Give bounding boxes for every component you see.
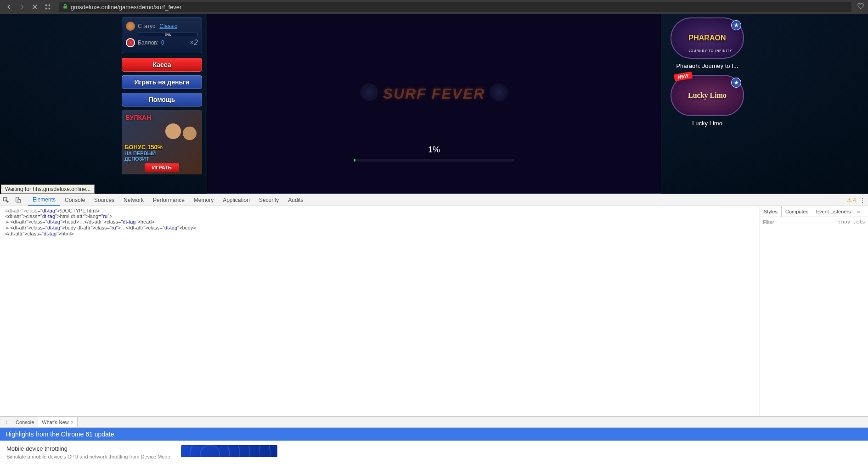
game-thumb: PHARAON JOURNEY TO INFINITY ★ xyxy=(671,17,744,59)
promo-play-button[interactable]: ИГРАТЬ xyxy=(145,163,179,172)
apps-button[interactable] xyxy=(42,1,53,12)
html-line[interactable]: <dt-attr">class="dt-tag">html dt-attr">l… xyxy=(4,213,756,219)
back-button[interactable] xyxy=(4,1,15,12)
promo-image xyxy=(161,115,202,156)
styles-more-icon[interactable]: » xyxy=(855,209,863,214)
devtools-tab-security[interactable]: Security xyxy=(254,194,283,206)
hov-toggle[interactable]: :hov xyxy=(838,219,851,225)
points-value: 0 xyxy=(161,39,164,46)
drawer-menu-icon[interactable]: ⋮ xyxy=(0,416,12,428)
load-fill xyxy=(354,159,355,162)
devtools-tab-network[interactable]: Network xyxy=(119,194,148,206)
load-percent: 1% xyxy=(428,145,440,155)
cls-toggle[interactable]: .cls xyxy=(853,219,866,225)
devtools-menu-icon[interactable]: ⋮ xyxy=(860,197,865,203)
forward-button[interactable] xyxy=(17,1,28,12)
favorite-icon[interactable] xyxy=(857,2,864,11)
kassa-button[interactable]: Касса xyxy=(122,58,202,72)
promo-line3: ДЕПОЗИТ xyxy=(124,156,199,162)
html-line[interactable]: </dt-attr">class="dt-tag">html> xyxy=(4,231,756,236)
svg-rect-1 xyxy=(49,5,51,6)
drawer-tab-whatsnew[interactable]: What's New× xyxy=(38,417,78,427)
load-bar xyxy=(354,159,514,162)
svg-rect-2 xyxy=(45,8,47,10)
filter-input[interactable]: Filter xyxy=(763,219,835,225)
styles-tab-computed[interactable]: Computed xyxy=(782,206,812,217)
page-viewport: Статус: Classic 0% Баллов: 0 ×2 Касса Иг… xyxy=(0,14,868,194)
multiplier-badge: ×2 xyxy=(190,39,198,47)
status-panel: Статус: Classic 0% Баллов: 0 ×2 xyxy=(122,17,202,53)
status-progress: 0% xyxy=(138,33,198,36)
devtools-tab-performance[interactable]: Performance xyxy=(148,194,189,206)
drawer-tab-console[interactable]: Console xyxy=(12,417,38,427)
devtools-drawer: ⋮ Console What's New× Highlights from th… xyxy=(0,416,868,464)
devtools-tab-application[interactable]: Application xyxy=(218,194,254,206)
url-text: gmsdeluxe.online/games/demo/surf_fever xyxy=(71,4,181,11)
devtools-panel: ElementsConsoleSourcesNetworkPerformance… xyxy=(0,194,868,464)
star-icon[interactable]: ★ xyxy=(731,78,741,88)
inspect-icon[interactable] xyxy=(0,194,12,206)
points-label: Баллов: xyxy=(138,39,158,46)
star-icon[interactable]: ★ xyxy=(731,20,741,30)
stop-button[interactable] xyxy=(29,1,40,12)
feature-title: Mobile device throttling xyxy=(6,445,172,452)
promo-logo: ВУЛКАН xyxy=(125,114,151,121)
devtools-tab-memory[interactable]: Memory xyxy=(189,194,218,206)
lock-icon xyxy=(62,3,68,11)
device-icon[interactable] xyxy=(12,194,24,206)
devtools-tab-audits[interactable]: Audits xyxy=(283,194,308,206)
chip-icon xyxy=(126,38,135,47)
whatsnew-banner: Highlights from the Chrome 61 update xyxy=(0,428,868,441)
close-icon[interactable]: × xyxy=(71,419,73,425)
html-line[interactable]: <dt-attr">class="dt-tag">!DOCTYPE html> xyxy=(4,208,756,213)
devtools-tabs: ElementsConsoleSourcesNetworkPerformance… xyxy=(0,194,868,206)
game-area: SURF FEVER 1% xyxy=(207,14,661,194)
game-card-luckylimo[interactable]: NEW Lucky Limo ★ Lucky Limo xyxy=(666,75,749,127)
styles-panel: StylesComputedEvent Listeners» Filter :h… xyxy=(760,206,868,416)
feature-desc: Simulate a mobile device's CPU and netwo… xyxy=(6,454,172,459)
sidebar-right: PHARAON JOURNEY TO INFINITY ★ Pharaoh: J… xyxy=(666,14,749,194)
game-card-pharaoh[interactable]: PHARAON JOURNEY TO INFINITY ★ Pharaoh: J… xyxy=(666,17,749,69)
help-button[interactable]: Помощь xyxy=(122,93,202,106)
devtools-tab-sources[interactable]: Sources xyxy=(90,194,119,206)
status-label: Статус: xyxy=(138,23,157,29)
feature-image xyxy=(181,445,277,457)
address-bar[interactable]: gmsdeluxe.online/games/demo/surf_fever xyxy=(59,2,851,12)
styles-tab-event-listeners[interactable]: Event Listeners xyxy=(812,206,855,217)
html-line[interactable]: ▸<dt-attr">class="dt-tag">body dt-attr">… xyxy=(4,225,756,231)
cookie-icon xyxy=(126,22,135,31)
promo-banner[interactable]: ВУЛКАН БОНУС 150% НА ПЕРВЫЙ ДЕПОЗИТ ИГРА… xyxy=(122,110,202,174)
browser-toolbar: gmsdeluxe.online/games/demo/surf_fever xyxy=(0,0,868,14)
devtools-tab-console[interactable]: Console xyxy=(60,194,90,206)
devtools-tab-elements[interactable]: Elements xyxy=(28,194,60,206)
game-title: Lucky Limo xyxy=(666,120,749,127)
svg-rect-3 xyxy=(49,8,51,10)
svg-rect-6 xyxy=(18,199,20,203)
html-line[interactable]: ▸<dt-attr">class="dt-tag">head>…</dt-att… xyxy=(4,219,756,225)
status-link[interactable]: Classic xyxy=(159,23,177,29)
game-title: Pharaoh: Journey to I... xyxy=(666,62,749,69)
svg-rect-0 xyxy=(45,5,47,6)
game-thumb: NEW Lucky Limo ★ xyxy=(671,75,744,116)
play-money-button[interactable]: Играть на деньги xyxy=(122,75,202,89)
styles-tab-styles[interactable]: Styles xyxy=(760,206,782,217)
warning-badge[interactable]: ⚠4 xyxy=(847,197,856,203)
new-badge: NEW xyxy=(674,72,693,82)
game-logo: SURF FEVER xyxy=(383,85,485,102)
sidebar-left: Статус: Classic 0% Баллов: 0 ×2 Касса Иг… xyxy=(122,14,202,194)
feature-item: Mobile device throttling Simulate a mobi… xyxy=(0,441,868,464)
elements-tree[interactable]: <dt-attr">class="dt-tag">!DOCTYPE html> … xyxy=(0,206,760,416)
